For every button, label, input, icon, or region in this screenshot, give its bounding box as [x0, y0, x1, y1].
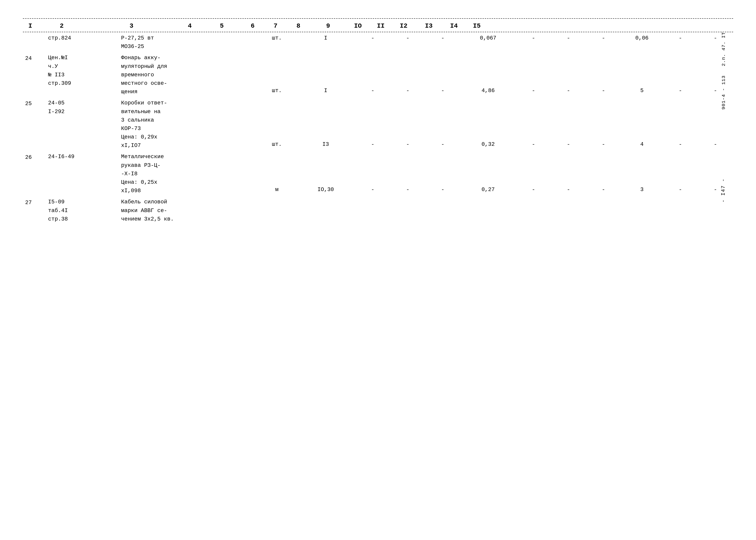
- entry-d8: [698, 197, 733, 224]
- entry-unit: м: [258, 151, 296, 196]
- entry-d2: -: [391, 52, 425, 97]
- right-margin-mid-annotation: - I47 -: [720, 178, 726, 202]
- entry-desc: Фонарь акку-муляторный длявременногомест…: [119, 52, 257, 97]
- entry-desc: Р-27,25 втМО36-25: [119, 33, 257, 52]
- page-wrapper: I 2 3 4 5 6 7 8 9 IO II I2 I3 I4 I5: [23, 18, 733, 225]
- entry-d4: -: [516, 52, 551, 97]
- entry-num: 25: [23, 97, 46, 151]
- entry-num: [23, 33, 46, 52]
- entry-val2: 5: [621, 52, 663, 97]
- entry-num: 27: [23, 197, 46, 224]
- entry-qty: I: [296, 52, 355, 97]
- col-header-10: IO: [346, 22, 369, 30]
- entry-val2: [621, 197, 663, 224]
- entry-d7: -: [663, 151, 698, 196]
- col-header-8: 8: [287, 22, 310, 30]
- entry-d7: -: [663, 52, 698, 97]
- entry-d3: -: [426, 52, 460, 97]
- col-header-5: 5: [202, 22, 241, 30]
- margin-annotation-2: 901-4 - 113: [721, 75, 726, 110]
- header-row: I 2 3 4 5 6 7 8 9 IO II I2 I3 I4 I5: [23, 19, 733, 32]
- entry-d1: [356, 197, 390, 224]
- entry-d8: -: [698, 33, 733, 52]
- entry-d6: -: [586, 151, 621, 196]
- entry-d2: [391, 197, 425, 224]
- entry-d6: -: [586, 52, 621, 97]
- entry-val1: 0,32: [461, 97, 516, 151]
- entry-d1: -: [356, 33, 390, 52]
- entry-d5: -: [551, 52, 586, 97]
- entry-val1: 4,86: [461, 52, 516, 97]
- data-table: стр.824 Р-27,25 втМО36-25 шт. I - - - 0,…: [23, 32, 733, 225]
- entry-desc: Кабель силовоймарки АВВГ се-чением 3х2,5…: [119, 197, 257, 224]
- entry-val1: 0,067: [461, 33, 516, 52]
- entry-d1: -: [356, 97, 390, 151]
- entry-ref: 24-I6-49: [46, 151, 119, 196]
- entry-qty: I3: [296, 97, 355, 151]
- entry-d1: -: [356, 151, 390, 196]
- entry-val1: [461, 197, 516, 224]
- entry-d5: -: [551, 97, 586, 151]
- entry-d7: -: [663, 97, 698, 151]
- table-row: стр.824 Р-27,25 втМО36-25 шт. I - - - 0,…: [23, 33, 733, 52]
- entry-num: 24: [23, 52, 46, 97]
- entry-unit: шт.: [258, 97, 296, 151]
- col-header-3: 3: [86, 22, 177, 30]
- col-header-2: 2: [38, 22, 86, 30]
- entry-d5: -: [551, 151, 586, 196]
- col-header-7: 7: [264, 22, 287, 30]
- entry-d7: [663, 197, 698, 224]
- entry-ref: I5-09таб.4Iстр.38: [46, 197, 119, 224]
- entry-unit: шт.: [258, 33, 296, 52]
- col-header-15: I5: [466, 22, 488, 30]
- entry-ref: стр.824: [46, 33, 119, 52]
- col-header-4: 4: [177, 22, 202, 30]
- entry-d7: -: [663, 33, 698, 52]
- entry-d6: [586, 197, 621, 224]
- entry-d1: -: [356, 52, 390, 97]
- margin-annotation-1: 2.п. 47. IT: [721, 32, 726, 66]
- col-header-1: I: [23, 22, 38, 30]
- col-header-13: I3: [415, 22, 443, 30]
- entry-d2: -: [391, 151, 425, 196]
- entry-qty: IO,30: [296, 151, 355, 196]
- col-header-9: 9: [310, 22, 346, 30]
- col-header-11: II: [369, 22, 392, 30]
- entry-desc: Металлическиерукава РЗ-Ц--Х-I8Цена: 0,25…: [119, 151, 257, 196]
- table-row: 24 Цен.№Iч.У№ II3стр.309 Фонарь акку-мул…: [23, 52, 733, 97]
- entry-qty: [296, 197, 355, 224]
- entry-d6: -: [586, 33, 621, 52]
- entry-d5: -: [551, 33, 586, 52]
- entry-qty: I: [296, 33, 355, 52]
- entry-d3: -: [426, 97, 460, 151]
- entry-d2: -: [391, 33, 425, 52]
- entry-d4: -: [516, 151, 551, 196]
- entry-d5: [551, 197, 586, 224]
- entry-d4: -: [516, 97, 551, 151]
- col-header-14: I4: [443, 22, 466, 30]
- table-row: 25 24-05I-292 Коробки ответ-вительные на…: [23, 97, 733, 151]
- entry-d2: -: [391, 97, 425, 151]
- entry-d8: -: [698, 52, 733, 97]
- entry-d3: -: [426, 33, 460, 52]
- col-header-12: I2: [392, 22, 415, 30]
- entry-d8: -: [698, 97, 733, 151]
- table-row: 27 I5-09таб.4Iстр.38 Кабель силовоймарки…: [23, 197, 733, 224]
- table-row: 26 24-I6-49 Металлическиерукава РЗ-Ц--Х-…: [23, 151, 733, 196]
- right-margin-annotations: 2.п. 47. IT 901-4 - 113: [721, 32, 726, 109]
- entry-d4: [516, 197, 551, 224]
- margin-annotation-mid: - I47 -: [720, 178, 726, 202]
- entry-val1: 0,27: [461, 151, 516, 196]
- entry-d6: -: [586, 97, 621, 151]
- entry-val2: 0,06: [621, 33, 663, 52]
- col-header-6: 6: [241, 22, 264, 30]
- entry-unit: [258, 197, 296, 224]
- entry-ref: 24-05I-292: [46, 97, 119, 151]
- entry-desc: Коробки ответ-вительные на3 сальникаКОР-…: [119, 97, 257, 151]
- entry-unit: шт.: [258, 52, 296, 97]
- entry-d3: [426, 197, 460, 224]
- entry-d3: -: [426, 151, 460, 196]
- entry-ref: Цен.№Iч.У№ II3стр.309: [46, 52, 119, 97]
- entry-val2: 4: [621, 97, 663, 151]
- entry-d8: -: [698, 151, 733, 196]
